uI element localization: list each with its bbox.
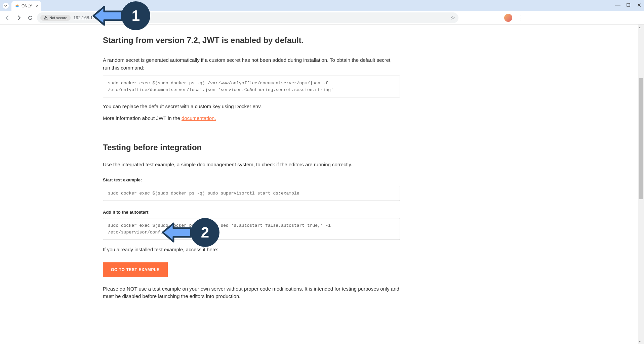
browser-toolbar: Not secure 192.168.1.18:8467 ☆ ⋮ xyxy=(0,11,644,25)
autostart-label: Add it to the autostart: xyxy=(103,210,400,215)
autostart-command-block[interactable]: sudo docker exec $(sudo docker ps -q) su… xyxy=(103,218,400,240)
jwt-more-info: More information about JWT in the docume… xyxy=(103,115,400,122)
scrollbar-thumb[interactable] xyxy=(639,78,643,199)
scroll-down-icon[interactable]: ▾ xyxy=(639,340,641,343)
jwt-command-block[interactable]: sudo docker exec $(sudo docker ps -q) /v… xyxy=(103,76,400,97)
go-to-test-example-button[interactable]: GO TO TEST EXAMPLE xyxy=(103,262,168,277)
start-command-block[interactable]: sudo docker exec $(sudo docker ps -q) su… xyxy=(103,186,400,201)
tab-list-dropdown[interactable] xyxy=(3,3,9,9)
onlyoffice-favicon-icon xyxy=(15,4,19,8)
forward-button[interactable] xyxy=(14,13,24,23)
page-viewport: Starting from version 7.2, JWT is enable… xyxy=(0,25,638,344)
svg-rect-2 xyxy=(627,3,630,6)
tab-title: ONLY xyxy=(22,4,32,8)
jwt-replace-text: You can replace the default secret with … xyxy=(103,103,400,111)
tab-close-icon[interactable]: × xyxy=(36,4,38,9)
testing-intro: Use the integrated test example, a simpl… xyxy=(103,161,400,169)
jwt-intro: A random secret is generated automatical… xyxy=(103,56,400,72)
vertical-scrollbar[interactable]: ▴ ▾ xyxy=(638,25,644,344)
minimize-icon[interactable]: — xyxy=(615,2,620,8)
page-content: Starting from version 7.2, JWT is enable… xyxy=(103,25,400,300)
maximize-icon[interactable] xyxy=(626,2,631,8)
start-example-label: Start test example: xyxy=(103,177,400,182)
testing-heading: Testing before integration xyxy=(103,143,400,152)
svg-point-4 xyxy=(45,18,46,19)
documentation-link[interactable]: documentation. xyxy=(182,115,216,121)
browser-menu-icon[interactable]: ⋮ xyxy=(517,14,525,22)
jwt-more-pre: More information about JWT in the xyxy=(103,115,182,121)
close-window-icon[interactable]: ✕ xyxy=(637,2,641,8)
profile-avatar[interactable] xyxy=(504,14,512,22)
bookmark-star-icon[interactable]: ☆ xyxy=(450,14,455,21)
warning-icon xyxy=(44,16,48,20)
back-button[interactable] xyxy=(3,13,12,23)
not-secure-badge[interactable]: Not secure xyxy=(40,15,71,21)
reload-button[interactable] xyxy=(26,13,35,23)
browser-tab[interactable]: ONLY × xyxy=(11,1,41,11)
address-bar[interactable]: Not secure 192.168.1.18:8467 ☆ xyxy=(37,12,458,23)
window-controls: — ✕ xyxy=(615,2,641,8)
scroll-up-icon[interactable]: ▴ xyxy=(639,25,641,29)
url-text: 192.168.1.18:8467 xyxy=(73,15,110,20)
not-secure-label: Not secure xyxy=(49,16,67,20)
warning-text: Please do NOT use a test example on your… xyxy=(103,285,400,300)
access-text: If you already installed test example, a… xyxy=(103,246,400,254)
browser-tab-strip: ONLY × — ✕ xyxy=(0,0,644,11)
jwt-heading: Starting from version 7.2, JWT is enable… xyxy=(103,36,400,45)
